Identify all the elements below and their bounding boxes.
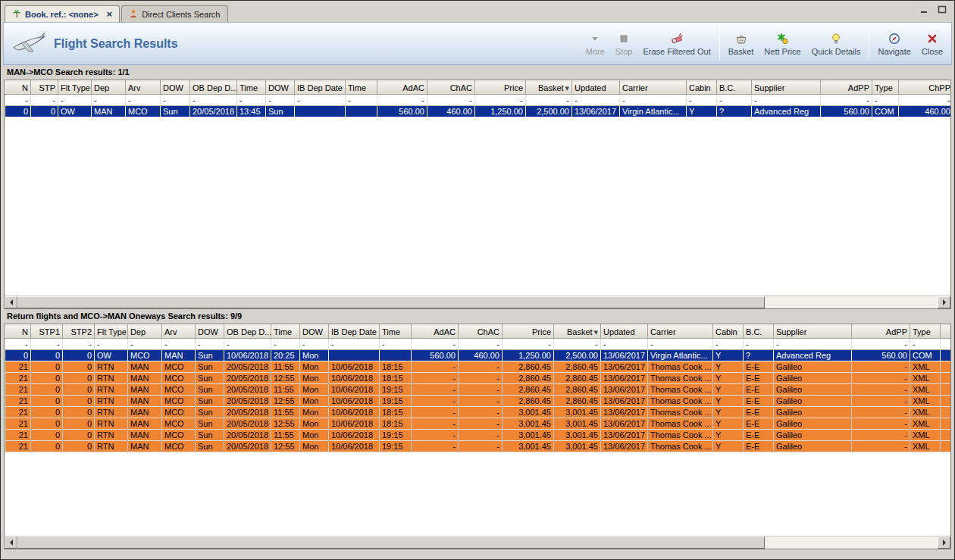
filter-cell-adpp[interactable]: - (821, 95, 872, 106)
column-header-dow[interactable]: DOW (161, 81, 190, 95)
filter-cell-flt-type[interactable]: - (95, 339, 128, 350)
filter-cell-dow[interactable]: - (161, 95, 190, 106)
column-header-dow[interactable]: DOW (196, 325, 224, 339)
column-header-carrier[interactable]: Carrier (620, 81, 687, 95)
outbound-hscrollbar[interactable] (5, 296, 950, 308)
filter-cell-time[interactable]: - (380, 339, 412, 350)
filter-cell-arv[interactable]: - (126, 95, 161, 106)
return-row-6[interactable]: 2100RTNMANMCOSun20/05/201812:55Mon10/06/… (5, 418, 951, 430)
filter-cell-cabin[interactable]: - (713, 339, 744, 350)
return-row-0[interactable]: 000OWMCOMANSun10/06/201820:25Mon560.0046… (5, 350, 951, 361)
scroll-thumb[interactable] (17, 537, 765, 549)
return-row-4[interactable]: 2100RTNMANMCOSun20/05/201812:55Mon10/06/… (5, 396, 951, 407)
filter-cell-price[interactable]: - (475, 95, 526, 106)
column-header-cabin[interactable]: Cabin (713, 325, 744, 339)
filter-cell-dep[interactable]: - (92, 95, 126, 106)
column-header-flt-type[interactable]: Flt Type (58, 81, 92, 95)
return-row-5[interactable]: 2100RTNMANMCOSun20/05/201811:55Mon10/06/… (5, 407, 951, 418)
scroll-track[interactable] (765, 296, 938, 308)
filter-cell-chac[interactable]: - (427, 95, 475, 106)
return-row-1[interactable]: 2100RTNMANMCOSun20/05/201811:55Mon10/06/… (5, 361, 951, 373)
column-header-basket[interactable]: Basket▼ (554, 325, 601, 339)
tab-close-icon[interactable]: × (107, 11, 113, 18)
filter-cell-supplier[interactable]: - (752, 95, 821, 106)
tab-booking-ref[interactable]: Book. ref.: <none> × (5, 5, 120, 22)
column-header-stp1[interactable]: STP1 (31, 325, 63, 339)
column-header-basket[interactable]: Basket▼ (526, 81, 572, 95)
outbound-row-0[interactable]: 00OWMANMCOSun20/05/201813:45Sun560.00460… (5, 106, 951, 117)
filter-cell-type[interactable]: - (910, 339, 941, 350)
column-header-chac[interactable]: ChAC (427, 81, 475, 95)
filter-cell-dep[interactable]: - (128, 339, 162, 350)
column-header-arv[interactable]: Arv (126, 81, 161, 95)
filter-cell-b-c[interactable]: - (717, 95, 752, 106)
more-button[interactable]: More (581, 30, 610, 58)
erase-filtered-out-button[interactable]: Erase Filtered Out (637, 30, 715, 58)
filter-cell-n[interactable]: - (5, 339, 31, 350)
column-header-b-c[interactable]: B.C. (744, 325, 774, 339)
scroll-left-button[interactable] (5, 296, 17, 308)
return-row-2[interactable]: 2100RTNMANMCOSun20/05/201812:55Mon10/06/… (5, 373, 951, 384)
column-header-updated[interactable]: Updated (601, 325, 648, 339)
filter-cell-dow[interactable]: - (300, 339, 329, 350)
column-header-type[interactable]: Type (872, 81, 899, 95)
column-header-arv[interactable]: Arv (162, 325, 196, 339)
column-header-ib-dep-date[interactable]: IB Dep Date (329, 325, 380, 339)
column-header-dep[interactable]: Dep (92, 81, 126, 95)
filter-cell-time[interactable]: - (237, 95, 266, 106)
filter-cell-basket[interactable]: - (554, 339, 601, 350)
filter-cell-stp[interactable]: - (31, 95, 58, 106)
column-header-ob-dep-d[interactable]: OB Dep D... (190, 81, 237, 95)
filter-cell-ib-dep-date[interactable]: - (329, 339, 380, 350)
filter-cell-adac[interactable]: - (412, 339, 459, 350)
maximize-button[interactable] (937, 5, 947, 14)
filter-cell-time[interactable]: - (346, 95, 377, 106)
filter-cell-dow[interactable]: - (196, 339, 224, 350)
column-header-flt-type[interactable]: Flt Type (95, 325, 128, 339)
filter-cell-chpp[interactable]: - (899, 95, 951, 106)
column-header-dow[interactable]: DOW (266, 81, 295, 95)
column-header-adpp[interactable]: AdPP (821, 81, 872, 95)
column-header-adpp[interactable]: AdPP (852, 325, 910, 339)
column-header-adac[interactable]: AdAC (377, 81, 427, 95)
tab-direct-clients-search[interactable]: Direct Clients Search (121, 5, 227, 22)
column-header-price[interactable]: Price (475, 81, 526, 95)
filter-cell-adac[interactable]: - (377, 95, 427, 106)
filter-cell-stp2[interactable]: - (63, 339, 95, 350)
column-header-time[interactable]: Time (380, 325, 412, 339)
filter-cell-n[interactable]: - (5, 95, 31, 106)
column-header-type[interactable]: Type (910, 325, 941, 339)
filter-cell-arv[interactable]: - (162, 339, 196, 350)
column-header-carrier[interactable]: Carrier (648, 325, 713, 339)
column-header-updated[interactable]: Updated (572, 81, 620, 95)
filter-cell-flt-type[interactable]: - (58, 95, 92, 106)
column-header-ib-dep-date[interactable]: IB Dep Date (295, 81, 346, 95)
column-header-time[interactable]: Time (346, 81, 377, 95)
column-header-dow[interactable]: DOW (300, 325, 329, 339)
filter-cell-carrier[interactable]: - (620, 95, 687, 106)
filter-cell-basket[interactable]: - (526, 95, 572, 106)
filter-cell-ob-dep-d[interactable]: - (224, 339, 271, 350)
column-header-n[interactable]: N (5, 325, 31, 339)
filter-cell-type[interactable]: - (872, 95, 899, 106)
scroll-right-button[interactable] (938, 296, 950, 308)
basket-button[interactable]: Basket (723, 30, 759, 58)
column-header-chac[interactable]: ChAC (459, 325, 503, 339)
filter-cell-b-c[interactable]: - (744, 339, 774, 350)
navigate-button[interactable]: Navigate (872, 30, 916, 58)
filter-cell-ib-dep-date[interactable]: - (295, 95, 346, 106)
filter-cell-stp1[interactable]: - (31, 339, 63, 350)
filter-cell-adpp[interactable]: - (852, 339, 910, 350)
filter-cell-carrier[interactable]: - (648, 339, 713, 350)
column-header-ob-dep-d[interactable]: OB Dep D... (224, 325, 271, 339)
filter-cell-cabin[interactable]: - (687, 95, 717, 106)
column-header-dep[interactable]: Dep (128, 325, 162, 339)
return-row-8[interactable]: 2100RTNMANMCOSun20/05/201812:55Mon10/06/… (5, 441, 951, 452)
filter-cell-supplier[interactable]: - (774, 339, 852, 350)
filter-cell-chac[interactable]: - (459, 339, 503, 350)
return-row-7[interactable]: 2100RTNMANMCOSun20/05/201811:55Mon10/06/… (5, 430, 951, 441)
scroll-track[interactable] (765, 537, 938, 549)
filter-cell-ob-dep-d[interactable]: - (190, 95, 237, 106)
filter-cell-updated[interactable]: - (601, 339, 648, 350)
column-header-supplier[interactable]: Supplier (752, 81, 821, 95)
